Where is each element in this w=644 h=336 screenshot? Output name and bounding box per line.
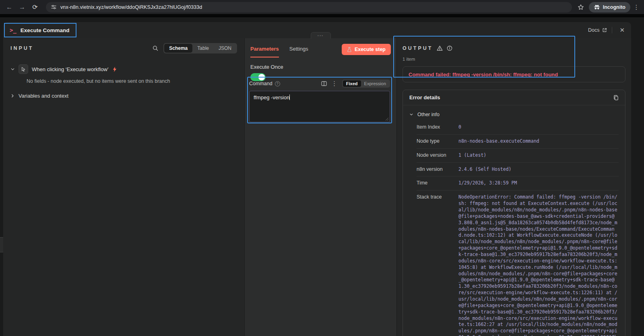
node-title[interactable]: Execute Command xyxy=(21,27,70,33)
panel-drag-handle[interactable]: ••• xyxy=(311,32,331,39)
error-info-table: Item Index 0 Node type n8n-nodes-base.ex… xyxy=(417,121,619,336)
error-details-card: Error details Other info Item Inde xyxy=(402,90,625,336)
tab-settings[interactable]: Settings xyxy=(289,46,308,57)
manual-trigger-node-icon xyxy=(19,64,28,74)
output-title: OUTPUT xyxy=(402,45,433,51)
field-label: Node version xyxy=(417,152,458,159)
url-text[interactable]: vnx-n8n.vietnix.xyz/workflow/ddoQiRKSJx3… xyxy=(60,4,202,10)
field-label: Time xyxy=(417,180,458,186)
lightning-bolt-icon xyxy=(112,67,117,72)
execute-once-label: Execute Once xyxy=(250,64,391,70)
field-value: 1/29/2026, 3:28:59 PM xyxy=(458,180,619,186)
chevron-right-icon xyxy=(10,94,15,98)
docs-link[interactable]: Docs xyxy=(588,27,607,33)
resize-grip-icon[interactable] xyxy=(385,117,389,121)
field-label: Node type xyxy=(417,138,458,145)
command-label: Command xyxy=(249,81,272,86)
error-details-title: Error details xyxy=(409,94,440,100)
reload-icon[interactable]: ⟳ xyxy=(30,2,40,12)
input-node-row[interactable]: When clicking ‘Execute workflow’ xyxy=(10,64,237,74)
command-value: ffmpeg -version xyxy=(254,94,289,100)
incognito-badge: Incognito xyxy=(589,2,630,12)
other-info-toggle[interactable]: Other info xyxy=(409,108,619,121)
trigger-node-label[interactable]: When clicking ‘Execute workflow’ xyxy=(32,66,109,72)
table-row: Node version 1 (Latest) xyxy=(417,149,619,163)
chrome-divider xyxy=(0,14,644,17)
warning-triangle-icon xyxy=(437,45,443,51)
table-row-stack-trace: Stack trace NodeOperationError: Command … xyxy=(417,191,619,336)
fixed-expression-toggle: Fixed Expression xyxy=(342,80,390,88)
field-label: n8n version xyxy=(417,166,458,173)
table-row: n8n version 2.4.6 (Self Hosted) xyxy=(417,163,619,177)
execute-step-button[interactable]: Execute step xyxy=(342,44,391,55)
command-parameter: Command ? ⋮ Fixed Expression xyxy=(249,79,390,122)
stack-trace-text: NodeOperationError: Command failed: ffmp… xyxy=(458,194,619,336)
text-caret xyxy=(289,94,290,100)
header-divider xyxy=(612,27,612,33)
field-value: 0 xyxy=(458,124,619,131)
close-icon[interactable]: ✕ xyxy=(617,26,627,35)
browser-toolbar: ← → ⟳ vnx-n8n.vietnix.xyz/workflow/ddoQi… xyxy=(0,0,644,14)
input-panel: INPUT Schema Table JSON xyxy=(3,38,245,336)
input-title: INPUT xyxy=(10,45,34,51)
terminal-icon: >_ xyxy=(10,27,17,33)
input-view-switcher: Schema Table JSON xyxy=(163,43,237,53)
field-value: n8n-nodes-base.executeCommand xyxy=(458,138,619,145)
tab-parameters[interactable]: Parameters xyxy=(250,46,279,57)
field-label: Stack trace xyxy=(417,194,458,336)
browser-menu-icon[interactable]: ⋮ xyxy=(633,4,640,11)
execute-step-label: Execute step xyxy=(355,47,386,52)
field-label: Item Index xyxy=(417,124,458,131)
docs-label: Docs xyxy=(588,27,599,33)
chevron-down-icon[interactable] xyxy=(10,67,15,72)
info-circle-icon[interactable] xyxy=(447,45,452,51)
flask-icon xyxy=(347,47,352,52)
table-row: Node type n8n-nodes-base.executeCommand xyxy=(417,135,619,149)
external-link-icon xyxy=(602,28,607,33)
field-value: 2.4.6 (Self Hosted) xyxy=(458,166,619,173)
variables-context-toggle[interactable]: Variables and context xyxy=(10,93,237,99)
error-message-box: Command failed: ffmpeg -version /bin/sh:… xyxy=(402,66,625,82)
other-info-label: Other info xyxy=(417,112,440,117)
tab-json[interactable]: JSON xyxy=(214,44,236,53)
incognito-icon xyxy=(594,4,600,10)
command-input[interactable]: ffmpeg -version xyxy=(249,91,390,122)
variables-context-label: Variables and context xyxy=(19,93,68,99)
incognito-label: Incognito xyxy=(603,4,625,10)
workflow-canvas: >_ Execute Command Docs ✕ INPUT xyxy=(0,17,644,336)
node-details-view: >_ Execute Command Docs ✕ INPUT xyxy=(3,22,631,336)
output-items-count: 1 item xyxy=(402,57,625,61)
copy-icon[interactable] xyxy=(613,95,619,100)
node-title-annotation[interactable]: >_ Execute Command xyxy=(4,23,76,37)
field-value: 1 (Latest) xyxy=(458,152,619,159)
mode-fixed[interactable]: Fixed xyxy=(343,80,361,87)
tab-schema[interactable]: Schema xyxy=(164,44,192,53)
search-icon[interactable] xyxy=(152,45,159,51)
parameters-panel: ••• Parameters Settings Execute step Exe… xyxy=(245,38,396,336)
table-row: Time 1/29/2026, 3:28:59 PM xyxy=(417,176,619,191)
bookmark-star-icon[interactable] xyxy=(578,4,584,10)
site-settings-icon[interactable] xyxy=(51,4,57,10)
mode-expression[interactable]: Expression xyxy=(361,80,389,87)
help-icon[interactable]: ? xyxy=(275,81,280,86)
error-message: Command failed: ffmpeg -version /bin/sh:… xyxy=(409,72,558,78)
input-empty-message: No fields - node executed, but no items … xyxy=(27,78,237,84)
output-panel: OUTPUT 1 item Command failed: ffmpeg -ve… xyxy=(396,38,631,336)
forward-icon[interactable]: → xyxy=(17,2,27,12)
back-icon[interactable]: ← xyxy=(4,2,14,12)
table-row: Item Index 0 xyxy=(417,121,619,135)
address-bar[interactable]: vnx-n8n.vietnix.xyz/workflow/ddoQiRKSJx3… xyxy=(46,2,572,12)
parameter-options-icon[interactable]: ⋮ xyxy=(331,80,338,87)
chevron-down-icon xyxy=(409,113,413,117)
tab-table[interactable]: Table xyxy=(192,44,214,53)
split-view-icon[interactable] xyxy=(321,81,327,86)
